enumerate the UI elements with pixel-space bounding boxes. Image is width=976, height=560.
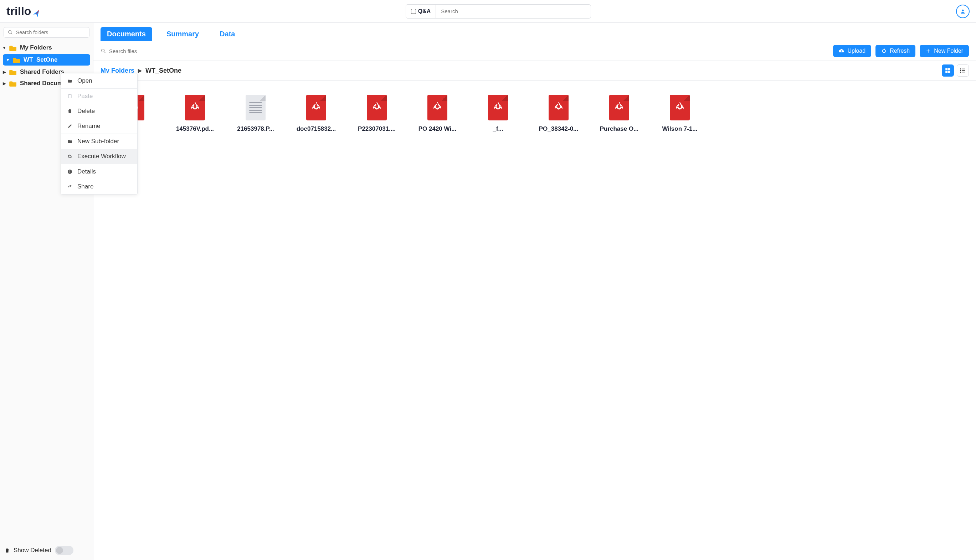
adobe-pdf-icon xyxy=(674,101,685,114)
file-item[interactable]: 145376V.pd... xyxy=(165,95,225,133)
grid-icon xyxy=(944,67,951,74)
svg-line-2 xyxy=(11,33,12,34)
svg-rect-8 xyxy=(948,71,950,73)
svg-rect-5 xyxy=(945,68,948,70)
upload-button[interactable]: Upload xyxy=(833,45,871,57)
file-name-label: PO_38342-0... xyxy=(539,125,578,133)
file-item[interactable]: P22307031.... xyxy=(346,95,407,133)
context-menu-delete[interactable]: Delete xyxy=(61,104,137,118)
file-name-label: PO 2420 Wi... xyxy=(418,125,456,133)
list-view-button[interactable] xyxy=(957,65,969,77)
svg-point-9 xyxy=(960,68,961,70)
upload-label: Upload xyxy=(847,48,866,54)
main-layout: ▼ My Folders ▼ WT_SetOne ▶ Shared Folder… xyxy=(0,23,976,560)
caret-down-icon: ▼ xyxy=(2,46,7,50)
context-menu-details[interactable]: Details xyxy=(61,164,137,179)
file-item[interactable]: _f... xyxy=(468,95,528,133)
qa-toggle[interactable]: Q&A xyxy=(406,5,436,18)
app-header: trillo Q&A xyxy=(0,0,976,23)
trash-icon xyxy=(67,108,73,114)
tab-documents[interactable]: Documents xyxy=(100,27,152,41)
global-search-input[interactable] xyxy=(436,8,590,14)
folder-icon xyxy=(9,45,17,51)
refresh-button[interactable]: Refresh xyxy=(876,45,916,57)
caret-down-icon: ▼ xyxy=(6,58,10,62)
context-menu-open[interactable]: Open xyxy=(61,73,137,88)
folder-search-input[interactable] xyxy=(16,30,85,35)
file-item[interactable]: Purchase O... xyxy=(589,95,650,133)
svg-rect-12 xyxy=(962,70,965,71)
search-icon xyxy=(100,48,106,54)
svg-point-11 xyxy=(960,70,961,71)
app-logo[interactable]: trillo xyxy=(7,5,40,18)
sidebar-footer: Show Deleted xyxy=(0,541,93,560)
context-menu-label: Delete xyxy=(77,108,95,115)
tree-label: WT_SetOne xyxy=(23,56,57,63)
new-folder-button[interactable]: New Folder xyxy=(920,45,969,57)
new-folder-label: New Folder xyxy=(934,48,963,54)
show-deleted-label: Show Deleted xyxy=(13,547,51,554)
pencil-icon xyxy=(67,123,73,129)
adobe-pdf-icon xyxy=(553,101,564,114)
logo-text: trillo xyxy=(7,5,31,18)
context-menu-label: Execute Workflow xyxy=(77,153,126,160)
content-area: Documents Summary Data Upload Refresh Ne… xyxy=(94,23,976,560)
user-icon xyxy=(960,8,966,14)
tab-data[interactable]: Data xyxy=(213,27,241,41)
file-name-label: _f... xyxy=(493,125,503,133)
show-deleted-toggle[interactable] xyxy=(55,546,74,555)
file-item[interactable]: PO_38342-0... xyxy=(528,95,589,133)
file-name-label: Wilson 7-1... xyxy=(662,125,697,133)
context-menu-label: Share xyxy=(77,183,94,190)
tree-item-wt-setone[interactable]: ▼ WT_SetOne xyxy=(3,54,90,65)
svg-rect-7 xyxy=(945,71,948,73)
tab-summary[interactable]: Summary xyxy=(160,27,206,41)
svg-rect-6 xyxy=(948,68,950,70)
file-item[interactable]: 21653978.P... xyxy=(225,95,286,133)
search-icon xyxy=(7,30,13,35)
text-file-icon xyxy=(246,95,266,120)
context-menu-new-sub-folder[interactable]: New Sub-folder xyxy=(61,134,137,149)
pdf-file-icon xyxy=(306,95,326,120)
svg-rect-14 xyxy=(962,72,965,73)
svg-point-3 xyxy=(102,49,104,52)
trash-icon xyxy=(4,548,10,553)
svg-rect-19 xyxy=(70,170,70,171)
tree-item-my-folders[interactable]: ▼ My Folders xyxy=(0,42,93,53)
context-menu-paste: Paste xyxy=(61,89,137,104)
pdf-file-icon xyxy=(548,95,568,120)
grid-view-button[interactable] xyxy=(942,65,954,77)
info-icon xyxy=(67,169,73,175)
adobe-pdf-icon xyxy=(493,101,503,114)
svg-rect-15 xyxy=(69,94,71,98)
paste-icon xyxy=(67,93,73,99)
svg-rect-16 xyxy=(69,94,70,95)
context-menu-execute-workflow[interactable]: Execute Workflow xyxy=(61,149,137,164)
folder-context-menu: OpenPasteDeleteRenameNew Sub-folderExecu… xyxy=(60,73,138,195)
context-menu-rename[interactable]: Rename xyxy=(61,118,137,133)
svg-rect-18 xyxy=(70,172,70,173)
file-search-input[interactable] xyxy=(109,48,829,54)
svg-point-0 xyxy=(962,9,964,11)
adobe-pdf-icon xyxy=(614,101,625,114)
tree-label: My Folders xyxy=(20,44,52,51)
list-icon xyxy=(959,67,966,74)
file-item[interactable]: Wilson 7-1... xyxy=(650,95,710,133)
content-toolbar: Upload Refresh New Folder xyxy=(94,41,976,61)
file-item[interactable]: PO 2420 Wi... xyxy=(407,95,468,133)
user-avatar-button[interactable] xyxy=(956,5,969,18)
file-item[interactable]: doc0715832... xyxy=(286,95,346,133)
gear-icon xyxy=(67,153,73,159)
context-menu-share[interactable]: Share xyxy=(61,179,137,194)
header-search: Q&A xyxy=(406,4,591,18)
folder-icon xyxy=(9,80,17,87)
chevron-right-icon: ▶ xyxy=(138,68,142,73)
context-menu-label: Open xyxy=(77,77,92,85)
svg-rect-10 xyxy=(962,69,965,70)
file-search xyxy=(100,48,829,54)
svg-point-1 xyxy=(8,31,12,33)
breadcrumb-row: My Folders ▶ WT_SetOne xyxy=(94,61,976,80)
adobe-pdf-icon xyxy=(311,101,321,114)
caret-right-icon: ▶ xyxy=(2,70,7,75)
qa-label-text: Q&A xyxy=(418,8,431,15)
